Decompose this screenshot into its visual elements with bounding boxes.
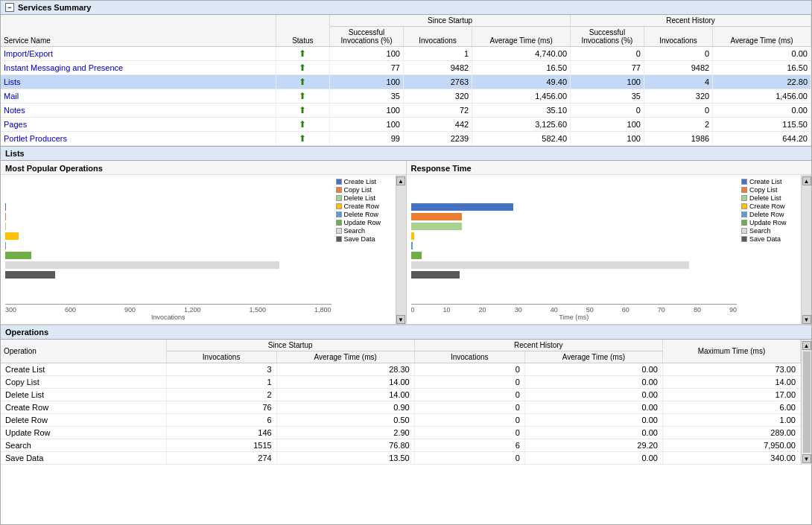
legend-color [336, 187, 342, 193]
ops-cell: 14.00 [276, 376, 414, 389]
service-cell: 35 [571, 89, 644, 104]
ops-cell: 0.00 [524, 376, 662, 389]
legend-label: Update Row [344, 219, 381, 226]
ops-cell: 6 [414, 439, 524, 452]
service-cell: 0.00 [713, 104, 811, 118]
service-cell: 100 [571, 118, 644, 132]
chart-bar [5, 271, 55, 279]
operations-table-wrapper[interactable]: Operation Since Startup Recent History M… [1, 340, 801, 465]
legend-item: Create List [336, 178, 393, 185]
legend-label: Create Row [344, 203, 380, 210]
service-cell: 0 [644, 47, 712, 61]
response-time-area: 0102030405060708090 Time (ms) [410, 178, 739, 321]
ops-cell: 14.00 [276, 389, 414, 401]
service-row[interactable]: Portlet Producers⬆992239582.401001986644… [1, 132, 811, 146]
popular-ops-title: Most Popular Operations [1, 161, 406, 175]
legend-color [741, 187, 747, 193]
service-link[interactable]: Lists [4, 77, 21, 86]
service-row[interactable]: Notes⬆1007235.10000.00 [1, 104, 811, 118]
legend-label: Create Row [749, 203, 785, 210]
ops-col-max-time: Maximum Time (ms) [662, 340, 800, 363]
service-cell: 3,125.60 [472, 118, 571, 132]
response-time-scrollbar[interactable]: ▲ ▼ [801, 175, 811, 324]
popular-ops-chart: Most Popular Operations 3006009001,2001,… [1, 161, 407, 324]
chart-bar-row [5, 241, 332, 250]
service-cell: 16.50 [472, 61, 571, 75]
legend-label: Create List [749, 178, 782, 185]
ops-scroll-up[interactable]: ▲ [802, 341, 811, 350]
service-cell: 4,740.00 [472, 47, 571, 61]
service-status: ⬆ [276, 89, 330, 104]
service-row[interactable]: Pages⬆1004423,125.601002115.50 [1, 118, 811, 132]
service-row[interactable]: Lists⬆100276349.40100422.80 [1, 75, 811, 89]
chart-bar-row [411, 261, 738, 270]
legend-color [741, 236, 747, 242]
ops-cell: 3 [166, 363, 276, 376]
resp-scroll-down-btn[interactable]: ▼ [802, 315, 811, 324]
legend-item: Create List [741, 178, 798, 185]
response-time-xlabel: Time (ms) [410, 314, 739, 321]
ops-scrollbar[interactable]: ▲ ▼ [801, 340, 811, 465]
legend-color [336, 195, 342, 201]
legend-item: Create Row [741, 203, 798, 210]
service-cell: 77 [571, 61, 644, 75]
service-link[interactable]: Pages [4, 120, 27, 129]
scroll-up-btn[interactable]: ▲ [396, 176, 405, 185]
ops-cell: 274 [166, 452, 276, 465]
service-link[interactable]: Instant Messaging and Presence [4, 63, 123, 72]
ops-cell: Copy List [1, 376, 166, 389]
service-cell: 77 [330, 61, 404, 75]
service-link[interactable]: Notes [4, 106, 25, 115]
ops-cell: 0.00 [524, 427, 662, 439]
service-cell: 1986 [644, 132, 712, 146]
ops-col-operation: Operation [1, 340, 166, 363]
service-cell: 0 [571, 104, 644, 118]
x-tick: 20 [479, 306, 486, 314]
chart-bar-row [5, 261, 332, 270]
chart-bar-row [411, 232, 738, 241]
legend-label: Delete List [344, 194, 376, 202]
service-row[interactable]: Import/Export⬆10014,740.00000.00 [1, 47, 811, 61]
service-row[interactable]: Mail⬆353201,456.00353201,456.00 [1, 89, 811, 104]
legend-label: Update Row [749, 219, 787, 226]
service-cell: 100 [571, 75, 644, 89]
legend-item: Search [336, 227, 393, 235]
ops-cell: Update Row [1, 427, 166, 439]
service-row[interactable]: Instant Messaging and Presence⬆77948216.… [1, 61, 811, 75]
legend-color [336, 236, 342, 242]
legend-label: Search [344, 227, 366, 235]
chart-bar-row [5, 251, 332, 260]
collapse-icon[interactable]: − [5, 3, 14, 12]
service-cell: 4 [644, 75, 712, 89]
legend-color [336, 228, 342, 234]
service-link[interactable]: Mail [4, 92, 19, 101]
service-cell: 2763 [403, 75, 472, 89]
col-service-name: Service Name [1, 15, 276, 47]
response-time-title: Response Time [407, 161, 812, 175]
ops-cell: 0.00 [524, 389, 662, 401]
scroll-down-btn[interactable]: ▼ [396, 315, 405, 324]
ops-cell: 17.00 [662, 389, 800, 401]
legend-item: Delete Row [336, 211, 393, 218]
ops-cell: Save Data [1, 452, 166, 465]
col-recent-history-group: Recent History [571, 15, 811, 27]
col-rh-pct: Successful Invocations (%) [571, 27, 644, 47]
ops-cell: Search [1, 439, 166, 452]
col-ss-pct: Successful Invocations (%) [330, 27, 404, 47]
service-link[interactable]: Import/Export [4, 49, 53, 58]
ops-cell: 0 [414, 414, 524, 427]
chart-bar-row [5, 212, 332, 221]
service-cell: 320 [403, 89, 472, 104]
x-tick: 80 [694, 306, 701, 314]
service-link[interactable]: Portlet Producers [4, 134, 67, 143]
chart-bar-row [411, 241, 738, 250]
ops-row: Copy List114.0000.0014.00 [1, 376, 801, 389]
chart-bar [411, 252, 422, 259]
response-time-chart: Response Time 0102030405060708090 Time (… [407, 161, 812, 324]
legend-color [336, 203, 342, 209]
ops-row: Create List328.3000.0073.00 [1, 363, 801, 376]
popular-ops-scrollbar[interactable]: ▲ ▼ [396, 175, 406, 324]
ops-scroll-down[interactable]: ▼ [802, 454, 811, 463]
service-status: ⬆ [276, 61, 330, 75]
resp-scroll-up-btn[interactable]: ▲ [802, 176, 811, 185]
